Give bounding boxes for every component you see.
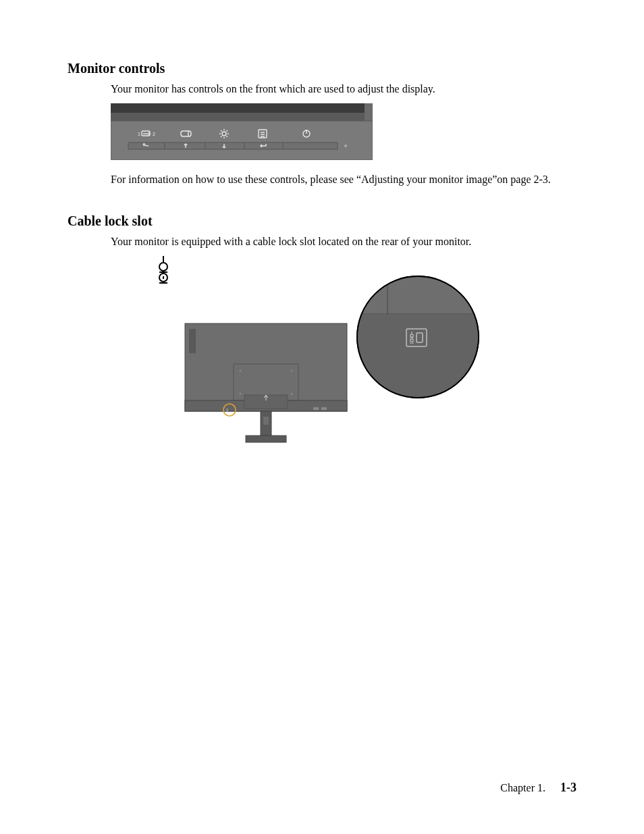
svg-rect-53: [263, 417, 269, 425]
svg-rect-1: [111, 113, 373, 121]
svg-rect-3: [111, 121, 373, 160]
cable-lock-figure: [111, 256, 489, 465]
heading-monitor-controls: Monitor controls: [68, 61, 576, 76]
cable-lock-zoom: [357, 276, 489, 402]
svg-rect-58: [357, 276, 489, 314]
section-monitor-controls: Monitor controls Your monitor has contro…: [68, 61, 576, 186]
svg-point-31: [344, 145, 347, 147]
heading-cable-lock: Cable lock slot: [68, 213, 576, 229]
svg-rect-2: [365, 103, 373, 121]
svg-rect-54: [246, 436, 286, 442]
svg-point-33: [159, 263, 167, 271]
page-number: 1-3: [560, 781, 576, 794]
svg-rect-49: [226, 409, 228, 412]
monitor-controls-intro: Your monitor has controls on the front w…: [111, 82, 576, 97]
svg-point-45: [291, 392, 293, 394]
svg-rect-50: [313, 407, 319, 410]
section-cable-lock: Cable lock slot Your monitor is equipped…: [68, 213, 576, 465]
svg-point-43: [291, 369, 293, 371]
monitor-controls-note: For information on how to use these cont…: [111, 172, 576, 187]
cable-lock-intro: Your monitor is equipped with a cable lo…: [111, 234, 576, 249]
svg-point-42: [240, 369, 242, 371]
monitor-controls-figure: 1 2: [111, 103, 373, 160]
svg-text:2: 2: [153, 132, 155, 136]
svg-rect-0: [111, 103, 373, 113]
chapter-label: Chapter 1.: [500, 782, 545, 793]
monitor-rear-illustration: [185, 323, 347, 442]
page-footer: Chapter 1. 1-3: [500, 781, 576, 795]
kensington-lock-icon: [159, 256, 167, 283]
svg-rect-40: [189, 329, 196, 353]
svg-rect-24: [128, 142, 338, 149]
svg-text:1: 1: [138, 132, 140, 136]
svg-point-44: [240, 392, 242, 394]
svg-rect-51: [321, 407, 327, 410]
svg-rect-61: [357, 314, 489, 402]
